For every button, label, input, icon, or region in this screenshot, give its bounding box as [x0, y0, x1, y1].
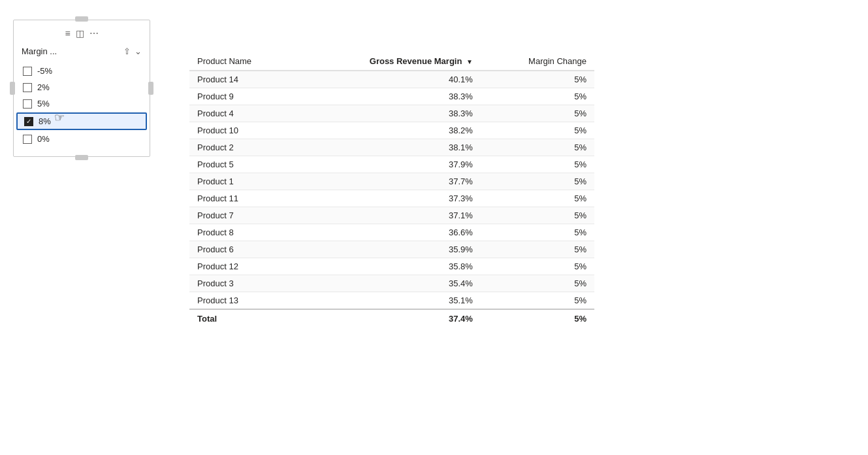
total-margin: 37.4% — [297, 309, 481, 328]
cell-change: 5% — [481, 71, 594, 88]
cell-margin: 36.6% — [297, 224, 481, 241]
table-body: Product 14 40.1% 5% Product 9 38.3% 5% P… — [189, 71, 594, 309]
table-row: Product 1 37.7% 5% — [189, 173, 594, 190]
resize-handle-top[interactable] — [75, 16, 88, 22]
cell-change: 5% — [481, 207, 594, 224]
col-header-product: Product Name — [189, 52, 297, 71]
table-total-row: Total 37.4% 5% — [189, 309, 594, 328]
table-row: Product 2 38.1% 5% — [189, 139, 594, 156]
total-label: Total — [189, 309, 297, 328]
cell-change: 5% — [481, 173, 594, 190]
resize-handle-left[interactable] — [10, 82, 15, 95]
filter-toolbar: ≡ ◫ ⋯ — [14, 25, 150, 44]
cell-margin: 38.3% — [297, 88, 481, 105]
item-label-2: 5% — [37, 99, 50, 109]
chevron-down-icon[interactable]: ⌄ — [135, 46, 142, 56]
total-change: 5% — [481, 309, 594, 328]
cell-margin: 37.7% — [297, 173, 481, 190]
data-table: Product Name Gross Revenue Margin ▼ Marg… — [189, 52, 594, 328]
resize-handle-right[interactable] — [148, 82, 153, 95]
filter-title: Margin ... — [22, 46, 57, 56]
cell-change: 5% — [481, 190, 594, 207]
cell-product: Product 14 — [189, 71, 297, 88]
cell-margin: 37.9% — [297, 156, 481, 173]
item-label-3: 8% — [39, 116, 51, 126]
table-row: Product 5 37.9% 5% — [189, 156, 594, 173]
sort-desc-icon: ▼ — [466, 58, 473, 65]
table-row: Product 12 35.8% 5% — [189, 258, 594, 275]
checkbox-3[interactable] — [24, 117, 33, 126]
item-label-4: 0% — [37, 134, 50, 144]
cell-change: 5% — [481, 156, 594, 173]
cell-margin: 35.9% — [297, 241, 481, 258]
filter-item-1[interactable]: 2% — [14, 79, 150, 95]
cell-change: 5% — [481, 224, 594, 241]
cell-product: Product 13 — [189, 292, 297, 310]
filter-item-2[interactable]: 5% — [14, 95, 150, 112]
cell-change: 5% — [481, 258, 594, 275]
cell-product: Product 6 — [189, 241, 297, 258]
filter-panel: ≡ ◫ ⋯ Margin ... ⇧ ⌄ -5% 2% 5% 8% — [13, 20, 150, 157]
header-icons: ⇧ ⌄ — [123, 46, 142, 56]
cell-margin: 38.1% — [297, 139, 481, 156]
resize-handle-bottom[interactable] — [75, 155, 88, 160]
filter-item-0[interactable]: -5% — [14, 63, 150, 79]
cell-change: 5% — [481, 105, 594, 122]
checkbox-0[interactable] — [23, 67, 32, 76]
cell-change: 5% — [481, 88, 594, 105]
table-row: Product 7 37.1% 5% — [189, 207, 594, 224]
table-icon[interactable]: ◫ — [76, 28, 84, 39]
item-label-0: -5% — [37, 66, 52, 76]
data-table-wrapper: Product Name Gross Revenue Margin ▼ Marg… — [189, 13, 855, 328]
col-header-change: Margin Change — [481, 52, 594, 71]
filter-item-3[interactable]: 8% — [16, 112, 147, 130]
table-row: Product 14 40.1% 5% — [189, 71, 594, 88]
cell-margin: 35.8% — [297, 258, 481, 275]
table-row: Product 6 35.9% 5% — [189, 241, 594, 258]
cell-change: 5% — [481, 241, 594, 258]
cell-product: Product 4 — [189, 105, 297, 122]
cell-change: 5% — [481, 275, 594, 292]
lines-icon[interactable]: ≡ — [65, 28, 70, 39]
checkbox-2[interactable] — [23, 99, 32, 109]
cell-product: Product 2 — [189, 139, 297, 156]
cell-product: Product 8 — [189, 224, 297, 241]
cell-margin: 37.1% — [297, 207, 481, 224]
cell-product: Product 11 — [189, 190, 297, 207]
cell-product: Product 10 — [189, 122, 297, 139]
col-header-margin[interactable]: Gross Revenue Margin ▼ — [297, 52, 481, 71]
table-header-row: Product Name Gross Revenue Margin ▼ Marg… — [189, 52, 594, 71]
filter-items-list: -5% 2% 5% 8% 0% — [14, 61, 150, 148]
cell-change: 5% — [481, 292, 594, 310]
table-row: Product 8 36.6% 5% — [189, 224, 594, 241]
cell-product: Product 1 — [189, 173, 297, 190]
filter-header: Margin ... ⇧ ⌄ — [14, 44, 150, 61]
cell-product: Product 9 — [189, 88, 297, 105]
filter-item-4[interactable]: 0% — [14, 131, 150, 147]
more-icon[interactable]: ⋯ — [89, 28, 99, 39]
checkbox-4[interactable] — [23, 135, 32, 144]
cell-margin: 35.1% — [297, 292, 481, 310]
table-row: Product 10 38.2% 5% — [189, 122, 594, 139]
cell-margin: 38.3% — [297, 105, 481, 122]
item-label-1: 2% — [37, 82, 50, 92]
table-row: Product 9 38.3% 5% — [189, 88, 594, 105]
table-row: Product 11 37.3% 5% — [189, 190, 594, 207]
cell-product: Product 7 — [189, 207, 297, 224]
checkbox-1[interactable] — [23, 83, 32, 92]
cell-change: 5% — [481, 122, 594, 139]
cell-margin: 37.3% — [297, 190, 481, 207]
cell-change: 5% — [481, 139, 594, 156]
table-row: Product 4 38.3% 5% — [189, 105, 594, 122]
table-row: Product 13 35.1% 5% — [189, 292, 594, 310]
sort-asc-icon[interactable]: ⇧ — [123, 46, 131, 56]
cell-margin: 38.2% — [297, 122, 481, 139]
cell-product: Product 5 — [189, 156, 297, 173]
cell-margin: 35.4% — [297, 275, 481, 292]
cell-product: Product 3 — [189, 275, 297, 292]
cell-margin: 40.1% — [297, 71, 481, 88]
table-row: Product 3 35.4% 5% — [189, 275, 594, 292]
cell-product: Product 12 — [189, 258, 297, 275]
